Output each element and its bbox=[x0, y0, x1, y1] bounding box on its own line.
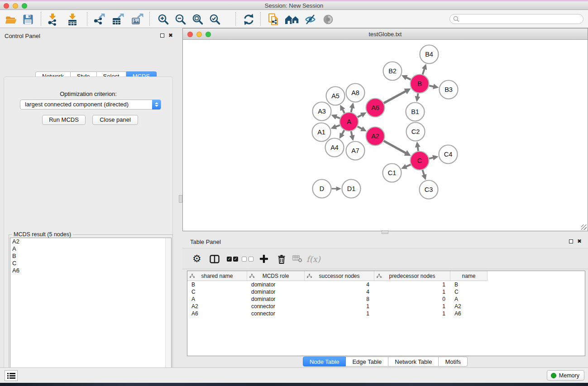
list-item[interactable]: A bbox=[10, 245, 171, 253]
refresh-icon[interactable] bbox=[242, 13, 255, 26]
table-cell[interactable]: C bbox=[187, 288, 247, 295]
home-layout-icon[interactable] bbox=[284, 13, 301, 26]
list-scrollbar[interactable] bbox=[165, 238, 171, 386]
tab-network-table[interactable]: Network Table bbox=[388, 357, 439, 367]
zoom-selected-icon[interactable] bbox=[209, 13, 221, 26]
graph-edge[interactable] bbox=[429, 157, 434, 158]
table-cell[interactable]: A bbox=[187, 295, 247, 303]
table-cell[interactable]: A2 bbox=[187, 303, 247, 310]
graph-edge[interactable] bbox=[429, 86, 434, 86]
copy-network-icon[interactable] bbox=[267, 13, 280, 26]
table-cell[interactable]: A6 bbox=[450, 310, 488, 317]
tab-edge-table[interactable]: Edge Table bbox=[346, 357, 388, 367]
import-network-icon[interactable] bbox=[46, 13, 59, 26]
graph-edge[interactable] bbox=[351, 107, 352, 112]
import-table-icon[interactable] bbox=[66, 13, 79, 26]
graph-edge[interactable] bbox=[342, 109, 344, 113]
select-all-checkboxes-icon[interactable]: ✓✓ bbox=[227, 253, 238, 265]
run-mcds-button[interactable]: Run MCDS bbox=[42, 115, 86, 125]
delete-table-icon[interactable] bbox=[292, 253, 302, 265]
table-cell[interactable]: 1 bbox=[374, 310, 450, 317]
close-table-panel-icon[interactable]: ✖ bbox=[577, 239, 582, 243]
list-item[interactable]: A6 bbox=[10, 267, 171, 274]
float-panel-icon[interactable] bbox=[160, 33, 164, 38]
table-cell[interactable]: 1 bbox=[374, 281, 450, 288]
table-cell[interactable]: 1 bbox=[305, 310, 374, 317]
table-cell[interactable]: 4 bbox=[305, 288, 374, 295]
tab-node-table[interactable]: Node Table bbox=[303, 357, 346, 367]
table-cell[interactable]: 4 bbox=[305, 281, 374, 288]
list-item[interactable]: A2 bbox=[10, 238, 171, 245]
table-cell[interactable]: dominator bbox=[247, 281, 305, 288]
table-cell[interactable]: B bbox=[187, 281, 247, 288]
graph-edge[interactable] bbox=[351, 131, 352, 136]
column-header[interactable]: predecessor nodes bbox=[374, 271, 450, 281]
table-cell[interactable]: A6 bbox=[187, 310, 247, 317]
table-cell[interactable]: 1 bbox=[374, 303, 450, 310]
add-column-icon[interactable] bbox=[259, 253, 268, 265]
graph-edge[interactable] bbox=[406, 77, 411, 80]
resize-grip-icon[interactable] bbox=[581, 224, 587, 230]
deselect-all-checkboxes-icon[interactable] bbox=[242, 253, 253, 265]
table-row[interactable]: A6connector11A6 bbox=[187, 310, 585, 317]
graph-edge[interactable] bbox=[335, 125, 340, 127]
graph-edge[interactable] bbox=[342, 130, 344, 135]
graph-edge[interactable] bbox=[406, 165, 411, 167]
graph-edge[interactable] bbox=[358, 115, 362, 117]
task-history-button[interactable] bbox=[5, 370, 18, 381]
zoom-in-icon[interactable] bbox=[157, 13, 170, 26]
graph-edge[interactable] bbox=[418, 147, 418, 151]
settings-gear-icon[interactable]: ⚙ bbox=[192, 253, 201, 265]
list-item[interactable]: C bbox=[10, 260, 171, 267]
table-header[interactable]: shared nameMCDS rolesuccessor nodesprede… bbox=[187, 271, 488, 281]
export-image-icon[interactable] bbox=[131, 13, 143, 26]
table-cell[interactable]: 1 bbox=[305, 303, 374, 310]
graph-edge[interactable] bbox=[422, 170, 424, 176]
table-cell[interactable]: B bbox=[450, 281, 488, 288]
table-row[interactable]: A2connector11A2 bbox=[187, 303, 585, 310]
table-cell[interactable]: dominator bbox=[247, 288, 305, 295]
table-cell[interactable]: connector bbox=[247, 303, 305, 310]
delete-column-icon[interactable] bbox=[277, 253, 286, 265]
close-panel-button[interactable]: Close panel bbox=[92, 115, 138, 125]
search-input[interactable] bbox=[461, 15, 583, 23]
network-window-titlebar[interactable]: testGlobe.txt bbox=[183, 29, 588, 40]
column-header[interactable]: MCDS role bbox=[247, 271, 305, 281]
table-row[interactable]: Bdominator41B bbox=[187, 281, 585, 288]
column-header[interactable]: name bbox=[450, 271, 488, 281]
table-row[interactable]: Cdominator41C bbox=[187, 288, 585, 295]
table-cell[interactable]: 1 bbox=[374, 288, 450, 295]
zoom-out-icon[interactable] bbox=[174, 13, 187, 26]
mcds-result-list[interactable]: A2ABCA6 bbox=[10, 238, 172, 386]
table-row[interactable]: Adominator80A bbox=[187, 295, 585, 303]
column-panel-icon[interactable] bbox=[210, 253, 220, 265]
zoom-fit-icon[interactable] bbox=[191, 13, 204, 26]
table-cell[interactable]: connector bbox=[247, 310, 305, 317]
splitter-grip-horizontal[interactable] bbox=[382, 230, 388, 234]
optimization-criterion-dropdown[interactable]: largest connected component (directed) bbox=[20, 100, 161, 110]
open-file-icon[interactable] bbox=[5, 13, 17, 26]
splitter-grip-vertical[interactable] bbox=[179, 195, 182, 203]
graph-edge[interactable] bbox=[358, 126, 362, 129]
network-canvas[interactable]: B4B2BB3A5A8A6A3B1AC2A1A2A4A7C4CC1DD1C3 bbox=[183, 40, 588, 231]
column-header[interactable]: successor nodes bbox=[305, 271, 374, 281]
save-session-icon[interactable] bbox=[22, 13, 34, 26]
tab-motifs[interactable]: Motifs bbox=[439, 357, 468, 367]
export-table-icon[interactable] bbox=[111, 13, 124, 26]
table-cell[interactable]: dominator bbox=[247, 295, 305, 303]
table-cell[interactable]: 8 bbox=[305, 295, 374, 303]
column-header[interactable]: shared name bbox=[187, 271, 247, 281]
list-item[interactable]: B bbox=[10, 253, 171, 260]
network-graph[interactable]: B4B2BB3A5A8A6A3B1AC2A1A2A4A7C4CC1DD1C3 bbox=[183, 40, 588, 231]
memory-button[interactable]: Memory bbox=[547, 370, 584, 381]
float-table-panel-icon[interactable] bbox=[569, 239, 573, 243]
table-cell[interactable]: A bbox=[450, 295, 488, 303]
table-cell[interactable]: A2 bbox=[450, 303, 488, 310]
search-field[interactable] bbox=[449, 14, 583, 24]
node-table[interactable]: shared nameMCDS rolesuccessor nodesprede… bbox=[187, 271, 585, 356]
close-panel-icon[interactable]: ✖ bbox=[168, 33, 173, 38]
export-network-icon[interactable] bbox=[92, 13, 105, 26]
function-builder-icon[interactable]: f(x) bbox=[306, 253, 320, 265]
graph-edge[interactable] bbox=[384, 141, 406, 153]
table-cell[interactable]: 0 bbox=[374, 295, 450, 303]
